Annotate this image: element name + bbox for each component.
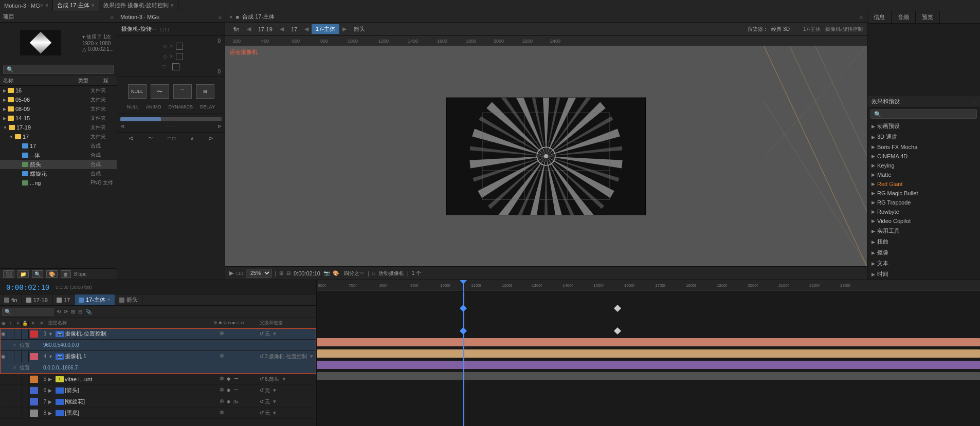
- tl-lock-8[interactable]: [22, 408, 29, 419]
- project-item-arrow[interactable]: 箭头 合成: [0, 160, 117, 169]
- project-search-input[interactable]: [3, 65, 114, 74]
- tl-row-8[interactable]: 8 ▶ [黑底] 单 ↺ 无 ▼: [0, 408, 316, 419]
- effects-menu-icon[interactable]: ≡: [973, 99, 976, 105]
- effect-item-text[interactable]: ▶ 文本: [867, 258, 980, 269]
- timeline-timecode-display[interactable]: 0:00:02:10: [3, 282, 52, 292]
- timeline-tool-icon5[interactable]: 📎: [85, 309, 92, 314]
- nav-arrow-tab[interactable]: 箭头: [350, 24, 369, 34]
- tl-row-3[interactable]: ◉ 3 ▼ 📷 摄像机-位置控制 单 ↺ 无 ▼: [0, 328, 316, 340]
- tl-expand-8[interactable]: ▶: [48, 411, 55, 416]
- mg-camera-expand[interactable]: □ □: [160, 26, 169, 32]
- tl-switch-solo-5[interactable]: 单: [219, 376, 225, 382]
- tl-parent-rotate-3[interactable]: ↺: [260, 331, 264, 337]
- effect-item-boris[interactable]: ▶ Boris FX Mocha: [867, 142, 980, 152]
- track-bar-7[interactable]: [317, 361, 980, 369]
- delete-btn[interactable]: 🗑: [61, 270, 71, 278]
- effect-item-rgtrap[interactable]: ▶ RG Trapcode: [867, 198, 980, 207]
- effect-item-keying[interactable]: ▶ Keying: [867, 161, 980, 170]
- tl-solo-4[interactable]: [14, 351, 22, 362]
- color-btn[interactable]: 🎨: [46, 270, 58, 278]
- mg-arrow-left-btn[interactable]: ⊲: [129, 135, 134, 142]
- tl-lock-5[interactable]: [22, 374, 29, 385]
- effect-item-keyer[interactable]: ▶ 抠像: [867, 247, 980, 258]
- search-btn[interactable]: 🔍: [32, 270, 43, 278]
- comp-snap-icon[interactable]: ⊟: [286, 270, 291, 276]
- tl-audio-4[interactable]: [7, 351, 14, 362]
- project-item-17-comp[interactable]: 17 合成: [0, 141, 117, 151]
- tl-switch-solo-8[interactable]: 单: [219, 410, 225, 416]
- effects-search-input[interactable]: [870, 109, 977, 119]
- tab-motion3-close[interactable]: ×: [45, 3, 48, 8]
- project-item-17-folder[interactable]: ▼ 17 文件夹: [0, 132, 117, 141]
- tl-switch-solo-7[interactable]: 单: [219, 399, 225, 405]
- dynamics-btn[interactable]: ⌒: [173, 84, 192, 99]
- project-item-0809[interactable]: ▶ 08-09 文件夹: [0, 104, 117, 114]
- mg-curve-icon[interactable]: ∧: [190, 136, 194, 141]
- tl-parent-rotate-6[interactable]: ↺: [260, 387, 264, 393]
- effect-item-videocopilot[interactable]: ▶ Video Copilot: [867, 216, 980, 226]
- timeline-tool-icon2[interactable]: ⟳: [64, 309, 68, 314]
- tl-solo-6[interactable]: [14, 385, 22, 396]
- timeline-tab-1719[interactable]: 17-19: [22, 294, 52, 305]
- project-item-1415[interactable]: ▶ 14-15 文件夹: [0, 114, 117, 123]
- tl-vis-3[interactable]: ◉: [0, 328, 7, 340]
- animo-btn[interactable]: 〜: [151, 84, 169, 99]
- comp-quality-label[interactable]: 四分之一: [344, 270, 365, 277]
- tl-vis-5[interactable]: [0, 374, 7, 385]
- comp-color-icon[interactable]: 🎨: [333, 270, 339, 276]
- tl-vis-8[interactable]: [0, 408, 7, 419]
- nav-17-main[interactable]: 17-主体: [312, 24, 339, 34]
- timeline-tool-icon4[interactable]: ⊟: [78, 309, 82, 314]
- tl-keyframe-icon-4[interactable]: ↺: [12, 365, 16, 371]
- effect-item-redgiant[interactable]: ▶ Red Giant: [867, 179, 980, 189]
- comp-preview-icon[interactable]: ▶: [229, 270, 233, 276]
- tl-expand-6[interactable]: ▶: [48, 388, 55, 393]
- tl-solo-7[interactable]: [14, 396, 22, 408]
- track-bar-6[interactable]: [317, 349, 980, 358]
- tl-lock-7[interactable]: [22, 396, 29, 408]
- new-folder-btn[interactable]: 📁: [17, 270, 29, 278]
- tl-solo-8[interactable]: [14, 408, 22, 419]
- tab-motion3[interactable]: Motion-3 · MG≡ ×: [0, 0, 53, 11]
- new-item-btn[interactable]: ⬛: [3, 270, 14, 278]
- effect-item-rowbyte[interactable]: ▶ Rowbyte: [867, 207, 980, 216]
- timeline-tab-arrow[interactable]: 箭头: [115, 294, 142, 305]
- project-item-16[interactable]: ▶ 16 文件夹: [0, 86, 117, 95]
- track-bar-5[interactable]: [317, 338, 980, 346]
- effect-item-cinema4d[interactable]: ▶ CINEMA 4D: [867, 152, 980, 161]
- tl-audio-5[interactable]: [7, 374, 14, 385]
- tl-row-7[interactable]: 7 ▶ [螺旋花] 单 ✱ /fx ↺ 无 ▼: [0, 396, 316, 408]
- nav-1719[interactable]: 17-19: [254, 25, 277, 33]
- tl-row-4[interactable]: ◉ 4 ▼ 📷 摄像机 1 单 ↺ 3.摄像机-位置控制 ▼: [0, 351, 316, 362]
- tl-parent-arrow-4[interactable]: ▼: [309, 354, 314, 359]
- timeline-tab-fin[interactable]: fin: [0, 294, 22, 305]
- keyframe-4-2[interactable]: [614, 327, 621, 335]
- track-bar-8[interactable]: [317, 372, 980, 380]
- project-item-body[interactable]: ...体 合成: [0, 151, 117, 160]
- project-item-1719[interactable]: ▼ 17-19 文件夹: [0, 123, 117, 132]
- tl-parent-rotate-4[interactable]: ↺: [260, 354, 264, 359]
- effect-item-3d[interactable]: ▶ 3D 通道: [867, 132, 980, 142]
- tl-solo-5[interactable]: [14, 374, 22, 385]
- tl-vis-6[interactable]: [0, 385, 7, 396]
- comp-fit-icon[interactable]: ⊞: [279, 270, 283, 276]
- tl-lock-3[interactable]: [22, 328, 29, 340]
- timeline-tab-17main-menu[interactable]: ≡: [107, 297, 111, 303]
- tl-parent-rotate-7[interactable]: ↺: [260, 399, 264, 404]
- nav-arrow-left[interactable]: ◀: [247, 26, 251, 32]
- nav-fin[interactable]: fin: [229, 25, 244, 33]
- mg-square-btn[interactable]: □ □: [168, 136, 176, 141]
- project-item-spiral[interactable]: 螺旋花 合成: [0, 169, 117, 178]
- tl-switch-fx-7[interactable]: /fx: [233, 399, 239, 405]
- tl-parent-arrow-6[interactable]: ▼: [272, 387, 277, 393]
- project-item-png[interactable]: ...ng PNG 文件: [0, 178, 117, 188]
- tl-switch-cont-5[interactable]: ✱: [226, 376, 232, 382]
- effect-item-matte[interactable]: ▶ Matte: [867, 170, 980, 179]
- effect-item-animation[interactable]: ▶ 动画预设: [867, 121, 980, 132]
- tl-parent-arrow-7[interactable]: ▼: [272, 399, 277, 404]
- tl-audio-6[interactable]: [7, 385, 14, 396]
- tl-switch-cont-6[interactable]: ✱: [226, 387, 232, 394]
- effect-item-rgmagic[interactable]: ▶ RG Magic Bullet: [867, 189, 980, 198]
- tl-expand-7[interactable]: ▶: [48, 399, 55, 404]
- tl-vis-4[interactable]: ◉: [0, 351, 7, 362]
